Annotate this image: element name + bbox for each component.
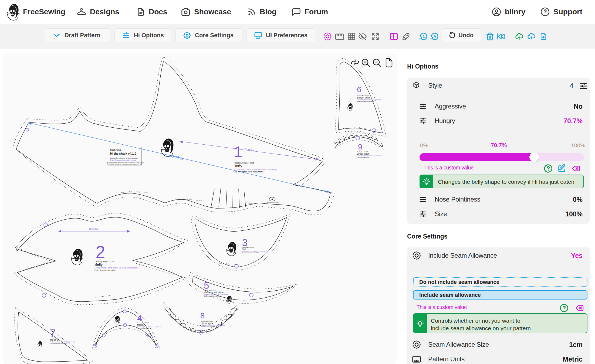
svg-text:Top of fin: Top of fin [196,199,202,201]
svg-text:Tail: Tail [242,248,246,251]
svg-text:Mouth: Mouth [137,324,144,326]
svg-text:Cut 1 from main fabric: Cut 1 from main fabric [201,326,213,328]
svg-text:FreeSewing Hi the shark v4.1.0: FreeSewing Hi the shark v4.1.0 ( ephemer… [242,251,267,252]
svg-text:Grainline: Grainline [245,148,255,152]
svg-text:5: 5 [204,280,209,291]
svg-text:Above mouth piece: Above mouth piece [267,202,279,203]
svg-text:FreeSewing Hi the shark v4.1.0: FreeSewing Hi the shark v4.1.0 ( ephemer… [137,326,162,328]
svg-text:Cut 2 mirrored from main fabri: Cut 2 mirrored from main fabric [234,171,263,173]
svg-text:FreeSewing.org/patrons/join: FreeSewing.org/patrons/join [110,159,137,161]
svg-text:Body: Body [144,192,148,193]
svg-text:FreeSewing Hi the shark v4.1.0: FreeSewing Hi the shark v4.1.0 ( ephemer… [94,267,138,269]
svg-text:FreeSewing Hi the shark v4.1.0: FreeSewing Hi the shark v4.1.0 ( ephemer… [201,325,226,326]
svg-text:Upper teeth: Upper teeth [201,322,213,325]
svg-text:Cut 1 from main fabric: Cut 1 from main fabric [137,328,150,329]
svg-text:8: 8 [200,311,205,320]
svg-text:Cut 2 mirrored from main fabri: Cut 2 mirrored from main fabric [204,295,221,297]
svg-text:Bottom of fin: Bottom of fin [357,96,370,99]
svg-text:2: 2 [96,243,105,262]
svg-text:Mouth piece: Mouth piece [248,203,256,205]
svg-text:FreeSewing Hi the shark v4.1.0: FreeSewing Hi the shark v4.1.0 ( ephemer… [204,294,229,295]
svg-text:FreeSewing Hi the shark v4.1.0: FreeSewing Hi the shark v4.1.0 ( ephemer… [234,168,277,171]
svg-text:Cut 2 mirrored from main fabri: Cut 2 mirrored from main fabric [357,101,374,102]
svg-text:9: 9 [358,142,362,151]
svg-text:Body: Body [226,263,230,265]
svg-text:Cut 1 from main fabric: Cut 1 from main fabric [94,269,116,271]
svg-text:A: A [433,34,436,39]
svg-text:Body: Body [234,264,237,265]
svg-text:6: 6 [357,85,361,94]
svg-text:FreeSewing Hi the shark v4.1.0: FreeSewing Hi the shark v4.1.0 ( ephemer… [357,155,382,157]
svg-text:FreeSewing Hi the shark v4.1.0: FreeSewing Hi the shark v4.1.0 ( ephemer… [50,341,75,343]
svg-text:Top of fin: Top of fin [50,339,59,341]
svg-text:The [black] outside of this bo: The [black] outside of this box should m… [107,163,143,165]
svg-text:Cut 1 mirrored from main fabri: Cut 1 mirrored from main fabric [242,252,259,254]
svg-text:Body: Body [129,191,133,193]
svg-text:Lower teeth: Lower teeth [357,152,369,155]
svg-text:1: 1 [423,34,425,39]
svg-text:Hi the shark v4.1.0: Hi the shark v4.1.0 [110,152,136,155]
svg-text:Body: Body [219,263,222,264]
svg-text:Body: Body [137,191,140,193]
svg-text:FreeSewing: FreeSewing [110,149,121,151]
svg-text:Top of fin: Top of fin [175,198,181,200]
svg-text:Body: Body [234,164,242,168]
svg-text:1: 1 [234,143,242,161]
svg-text:Top of fin: Top of fin [186,198,192,200]
svg-text:Cut 1 from main fabric: Cut 1 from main fabric [357,157,369,158]
svg-text:Belly: Belly [94,262,103,267]
svg-text:Grainline: Grainline [89,228,99,230]
svg-text:FreeSewing Hi the shark v4.1.0: FreeSewing Hi the shark v4.1.0 ( ephemer… [357,99,382,100]
svg-text:Cut 2 mirrored from main fabri: Cut 2 mirrored from main fabric [50,343,67,344]
svg-text:Above mouth piece: Above mouth piece [204,291,224,294]
svg-text:Body: Body [121,192,124,193]
svg-text:4: 4 [137,313,142,323]
